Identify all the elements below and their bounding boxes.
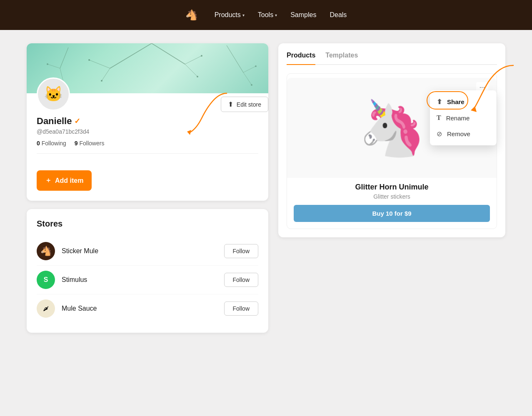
mulesauce-avatar: 🌶: [37, 299, 55, 318]
product-title: Glitter Horn Unimule: [287, 178, 497, 193]
main-content: 🐱 ⬆ Edit store Danielle ✓ @d5ea0a71bc2f3…: [0, 30, 532, 346]
following-stat: 0 Following: [37, 140, 66, 147]
store-item-stimulus: S Stimulus Follow: [37, 266, 258, 294]
rename-icon: T: [437, 114, 441, 122]
svg-line-0: [110, 43, 152, 68]
mulesauce-follow-button[interactable]: Follow: [224, 301, 258, 316]
user-handle: @d5ea0a71bc2f3d4: [37, 128, 258, 135]
stimulus-follow-button[interactable]: Follow: [224, 273, 258, 287]
store-item-mulesauce: 🌶 Mule Sauce Follow: [37, 294, 258, 323]
share-icon: ⬆: [437, 98, 442, 106]
right-panel: Products Templates ··· ⬆ Share: [278, 43, 505, 333]
nav-samples[interactable]: Samples: [290, 11, 316, 19]
svg-line-1: [89, 60, 110, 68]
svg-line-2: [102, 68, 110, 81]
product-grid: ··· ⬆ Share T Rename: [287, 73, 497, 229]
tab-products[interactable]: Products: [287, 52, 315, 65]
tab-templates[interactable]: Templates: [325, 52, 358, 65]
stimulus-avatar: S: [37, 271, 55, 289]
nav-tools[interactable]: Tools ▾: [258, 11, 277, 19]
plus-icon: ＋: [45, 176, 52, 185]
nav-products[interactable]: Products ▾: [215, 11, 245, 19]
svg-line-6: [60, 47, 68, 68]
svg-point-16: [47, 63, 48, 65]
tabs: Products Templates: [287, 52, 497, 65]
remove-label: Remove: [447, 130, 470, 137]
svg-line-10: [243, 66, 256, 72]
right-card: Products Templates ··· ⬆ Share: [278, 43, 505, 237]
user-name: Danielle ✓: [37, 116, 258, 127]
avatar-wrapper: 🐱: [37, 77, 70, 111]
svg-line-11: [243, 72, 252, 85]
store-item-stickermule: 🐴 Sticker Mule Follow: [37, 237, 258, 266]
svg-point-19: [251, 84, 252, 86]
menu-item-rename[interactable]: T Rename: [430, 110, 497, 126]
stores-card: Stores 🐴 Sticker Mule Follow S Stimulus …: [27, 209, 268, 333]
upload-icon: ⬆: [228, 100, 233, 108]
add-item-label: Add item: [55, 177, 83, 184]
stickermule-follow-button[interactable]: Follow: [224, 244, 258, 258]
svg-line-4: [185, 56, 202, 64]
svg-point-13: [101, 80, 102, 82]
navbar-logo: 🐴: [185, 9, 198, 21]
svg-point-15: [197, 76, 198, 77]
svg-line-7: [47, 64, 60, 68]
svg-line-9: [227, 45, 243, 72]
stickermule-name: Sticker Mule: [62, 247, 224, 255]
stores-title: Stores: [37, 219, 258, 229]
products-caret: ▾: [242, 13, 245, 17]
followers-stat: 9 Followers: [75, 140, 105, 147]
product-card-unicorn: ··· ⬆ Share T Rename: [287, 73, 497, 229]
verified-badge: ✓: [74, 117, 80, 126]
nav-deals[interactable]: Deals: [330, 11, 347, 19]
stickermule-avatar: 🐴: [37, 242, 55, 260]
svg-point-18: [255, 65, 257, 67]
svg-point-12: [88, 59, 90, 61]
profile-info: 🐱 ⬆ Edit store Danielle ✓ @d5ea0a71bc2f3…: [27, 93, 268, 164]
unicorn-image: 🦄: [358, 101, 426, 155]
remove-icon: ⊘: [437, 130, 442, 138]
edit-store-button[interactable]: ⬆ Edit store: [221, 97, 268, 112]
product-subtitle: Glitter stickers: [287, 193, 497, 205]
add-item-button[interactable]: ＋ Add item: [37, 170, 92, 191]
svg-line-3: [152, 43, 185, 64]
navbar: 🐴 Products ▾ Tools ▾ Samples Deals: [0, 0, 532, 30]
svg-line-5: [185, 64, 197, 77]
menu-item-share[interactable]: ⬆ Share: [430, 94, 497, 110]
profile-card: 🐱 ⬆ Edit store Danielle ✓ @d5ea0a71bc2f3…: [27, 43, 268, 201]
context-menu: ⬆ Share T Rename ⊘ Remove: [430, 90, 497, 145]
rename-label: Rename: [446, 115, 470, 122]
tools-caret: ▾: [275, 13, 277, 17]
buy-button[interactable]: Buy 10 for $9: [294, 205, 490, 222]
edit-store-label: Edit store: [237, 101, 261, 108]
follow-stats: 0 Following 9 Followers: [37, 140, 258, 154]
avatar: 🐱: [37, 77, 70, 111]
menu-item-remove[interactable]: ⊘ Remove: [430, 126, 497, 142]
mulesauce-name: Mule Sauce: [62, 305, 224, 312]
svg-point-14: [201, 55, 202, 57]
share-label: Share: [447, 98, 465, 105]
stimulus-name: Stimulus: [62, 276, 224, 284]
left-panel: 🐱 ⬆ Edit store Danielle ✓ @d5ea0a71bc2f3…: [27, 43, 268, 333]
